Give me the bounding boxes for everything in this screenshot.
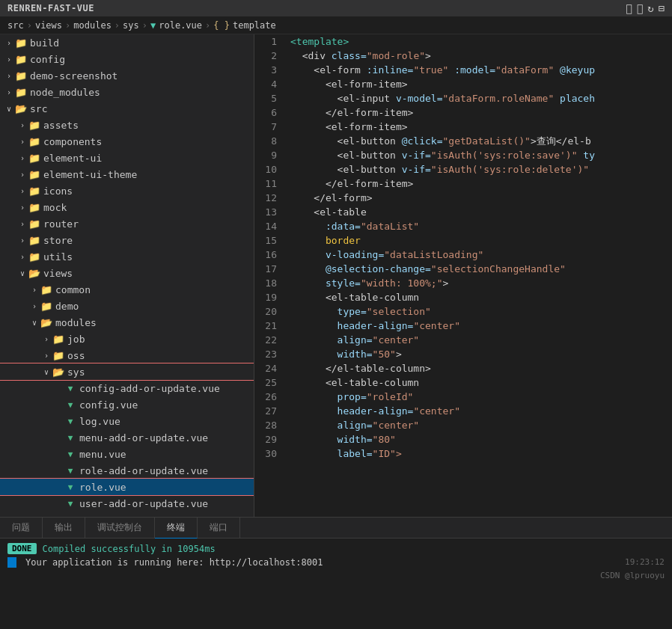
tab-output[interactable]: 输出 <box>43 518 85 539</box>
sidebar-item-menu-vue[interactable]: ▼ menu.vue <box>0 446 254 462</box>
token: "ID"> <box>373 448 402 459</box>
collapse-icon[interactable]: ⊟ <box>659 2 665 14</box>
token: ty <box>578 150 595 161</box>
line-number: 16 <box>254 249 284 260</box>
line-number: 23 <box>254 349 284 360</box>
sidebar-item-mock[interactable]: › 📁 mock <box>0 199 254 215</box>
expand-arrow: › <box>16 220 28 228</box>
token: <el-form-item> <box>290 121 408 132</box>
sidebar-item-views[interactable]: ∨ 📂 views <box>0 265 254 281</box>
token: "width: 100%;" <box>361 277 443 289</box>
sidebar-item-src[interactable]: ∨ 📂 src <box>0 100 254 117</box>
sidebar-item-element-ui-theme[interactable]: › 📁 element-ui-theme <box>0 166 254 182</box>
sidebar-item-config[interactable]: › 📁 config <box>0 51 254 67</box>
expand-arrow: › <box>28 302 40 310</box>
sidebar-item-components[interactable]: › 📁 components <box>0 133 254 150</box>
token: label= <box>290 448 373 459</box>
sidebar-item-assets[interactable]: › 📁 assets <box>0 117 254 133</box>
sidebar-item-config-vue[interactable]: ▼ config.vue <box>0 396 254 413</box>
code-line-5: 5 <el-input v-model="dataForm.roleName" … <box>254 91 672 105</box>
line-number: 25 <box>254 377 284 388</box>
tab-terminal[interactable]: 终端 <box>155 518 198 539</box>
panel-tabs: 问题 输出 调试控制台 终端 端口 <box>0 518 672 539</box>
sidebar-item-role-vue[interactable]: ▼ role.vue <box>0 479 254 495</box>
code-line-29: 29 width="80" <box>254 432 672 447</box>
sidebar-item-job[interactable]: › 📁 job <box>0 331 254 347</box>
expand-arrow: › <box>3 88 15 96</box>
sidebar-item-log-vue[interactable]: ▼ log.vue <box>0 413 254 429</box>
line-content: @selection-change="selectionChangeHandle… <box>284 263 566 274</box>
code-line-16: 16 v-loading="dataListLoading" <box>254 248 672 262</box>
folder-label: node_modules <box>30 87 100 98</box>
code-content[interactable]: 1<template>2 <div class="mod-role">3 <el… <box>254 34 672 517</box>
breadcrumb-template: template <box>233 20 276 31</box>
folder-label: demo <box>55 301 79 312</box>
sidebar-item-sys[interactable]: ∨ 📂 sys <box>0 363 254 380</box>
sidebar-item-icons[interactable]: › 📁 icons <box>0 182 254 199</box>
sidebar-item-config-add-or-update[interactable]: ▼ config-add-or-update.vue <box>0 380 254 396</box>
vue-icon: ▼ <box>64 433 76 443</box>
token: width= <box>290 434 373 445</box>
token: </el-form> <box>290 192 373 203</box>
sidebar-item-build[interactable]: › 📁 build <box>0 34 254 51</box>
line-content: </el-form-item> <box>284 178 413 189</box>
refresh-icon[interactable]: ↻ <box>647 2 653 14</box>
line-number: 5 <box>254 93 284 104</box>
token: v-if= <box>402 150 431 161</box>
sidebar-item-demo-screenshot[interactable]: › 📁 demo-screenshot <box>0 67 254 84</box>
token: > <box>425 50 431 61</box>
line-content: style="width: 100%;"> <box>284 277 448 289</box>
sidebar-item-user-add-or-update[interactable]: ▼ user-add-or-update.vue <box>0 495 254 512</box>
folder-icon: 📂 <box>28 268 40 279</box>
no-arrow <box>52 384 64 393</box>
expand-arrow: › <box>3 39 15 47</box>
tab-debug-console[interactable]: 调试控制台 <box>85 518 155 539</box>
line-content: width="50"> <box>284 349 402 360</box>
expand-arrow: › <box>3 72 15 80</box>
line-number: 20 <box>254 306 284 317</box>
breadcrumb-file: role.vue <box>159 20 202 31</box>
file-label: user-add-or-update.vue <box>79 498 208 509</box>
folder-icon: 📁 <box>52 350 64 361</box>
folder-label: oss <box>67 350 85 361</box>
token: :model= <box>448 64 495 76</box>
sidebar-item-oss[interactable]: › 📁 oss <box>0 347 254 363</box>
token: @selection-change= <box>290 263 431 274</box>
sidebar-item-element-ui[interactable]: › 📁 element-ui <box>0 150 254 166</box>
line-number: 9 <box>254 150 284 161</box>
expand-arrow: › <box>16 236 28 245</box>
expand-arrow: › <box>40 352 52 360</box>
sidebar-item-user-vue[interactable]: ▼ user.vue <box>0 512 254 517</box>
new-file-icon[interactable]:  <box>626 2 632 14</box>
line-number: 3 <box>254 64 284 76</box>
no-arrow <box>52 483 64 491</box>
folder-icon: 📁 <box>28 120 40 131</box>
line-number: 15 <box>254 235 284 246</box>
sidebar-item-store[interactable]: › 📁 store <box>0 232 254 248</box>
sidebar-item-modules[interactable]: ∨ 📂 modules <box>0 314 254 331</box>
title-bar-actions:   ↻ ⊟ <box>626 2 665 14</box>
sidebar-item-utils[interactable]: › 📁 utils <box>0 248 254 265</box>
token: </el-table-column> <box>290 363 431 374</box>
folder-label: store <box>43 235 73 246</box>
sidebar-item-node-modules[interactable]: › 📁 node_modules <box>0 84 254 100</box>
sidebar-item-router[interactable]: › 📁 router <box>0 215 254 232</box>
sidebar-item-role-add-or-update[interactable]: ▼ role-add-or-update.vue <box>0 462 254 479</box>
sidebar-item-menu-add-or-update[interactable]: ▼ menu-add-or-update.vue <box>0 429 254 446</box>
no-arrow <box>52 434 64 442</box>
title-bar: RENREN-FAST-VUE   ↻ ⊟ <box>0 0 672 16</box>
line-number: 28 <box>254 420 284 431</box>
file-label: role-add-or-update.vue <box>79 465 208 476</box>
line-number: 4 <box>254 79 284 90</box>
sidebar-item-demo[interactable]: › 📁 demo <box>0 298 254 314</box>
tab-ports[interactable]: 端口 <box>198 518 240 539</box>
token: <el-table <box>290 206 367 218</box>
token: "isAuth('sys:role:delete')" <box>431 164 589 175</box>
tab-problems[interactable]: 问题 <box>0 518 43 539</box>
new-folder-icon[interactable]:  <box>637 2 643 14</box>
sidebar-item-common[interactable]: › 📁 common <box>0 281 254 298</box>
token: v-if= <box>402 164 431 175</box>
file-label: menu-add-or-update.vue <box>79 432 208 444</box>
line-content: v-loading="dataListLoading" <box>284 249 483 260</box>
token: "center" <box>413 320 460 331</box>
